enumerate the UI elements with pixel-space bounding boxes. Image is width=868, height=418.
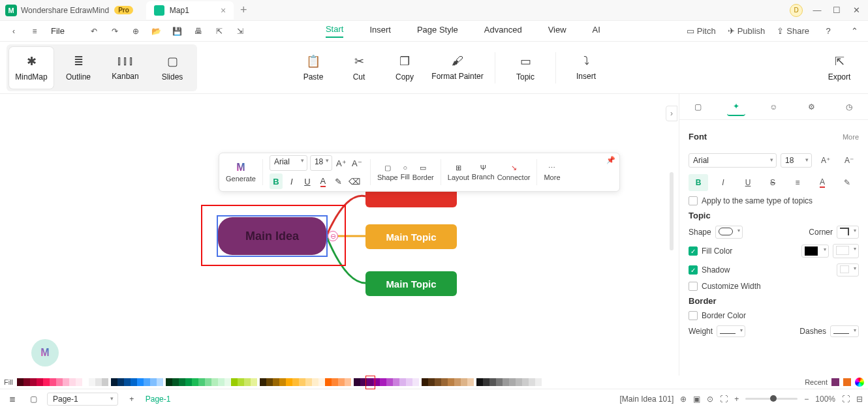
canvas[interactable]: Main Idea ⊖ Main Topic Main Topic MGener… [0,94,679,376]
close-window-button[interactable]: ✕ [851,5,861,16]
pin-icon[interactable]: 📌 [606,156,615,164]
font-more-link[interactable]: More [843,133,859,141]
tab-page-style[interactable]: Page Style [417,25,458,37]
save-icon[interactable]: 💾 [170,24,185,38]
clear-format-button[interactable]: ⌫ [348,173,361,189]
bold-button[interactable]: B [270,173,283,189]
more-button[interactable]: ⋯More [544,164,560,181]
ai-assistant-bubble[interactable]: M [31,339,59,366]
panel-font-shrink[interactable]: A⁻ [839,152,859,169]
open-icon[interactable]: 📂 [149,24,164,38]
font-select[interactable]: Arial [270,155,307,171]
shadow-check[interactable]: ✓ [689,265,698,275]
publish-button[interactable]: ✈Publish [728,26,766,36]
import-icon[interactable]: ⇲ [233,24,247,38]
new-tab-button[interactable]: + [240,3,247,17]
recent-color-1[interactable] [831,378,839,386]
page-selector[interactable]: Page-1 [47,393,118,406]
minimize-panel-icon[interactable]: ⊟ [856,395,863,404]
panel-size-select[interactable]: 18 [781,153,812,168]
font-color-button[interactable]: A [317,173,330,189]
corner-select[interactable] [837,226,859,239]
view-outline[interactable]: ≣Outline [56,47,101,89]
view-slides[interactable]: ▢Slides [150,47,194,89]
generate-button[interactable]: MGenerate [226,162,256,183]
maximize-button[interactable]: ☐ [831,5,842,16]
sp-tab-format[interactable]: ✦ [727,98,745,116]
page-view-icon[interactable]: ▢ [26,392,40,406]
fill-button[interactable]: ○Fill [401,164,410,181]
connector-button[interactable]: ↘Connector [497,164,531,181]
sp-tab-style[interactable]: ▢ [689,98,707,116]
new-icon[interactable]: ⊕ [129,24,143,38]
recent-color-2[interactable] [843,378,851,386]
branch-button[interactable]: ΨBranch [472,164,495,181]
panel-font-color[interactable]: A [813,174,832,191]
color-palette[interactable] [17,378,542,386]
add-page-button[interactable]: + [125,392,139,406]
panel-font-select[interactable]: Arial [689,153,777,168]
tab-start[interactable]: Start [326,24,343,38]
collapse-children-button[interactable]: ⊖ [328,231,338,241]
shape-select[interactable] [715,226,743,239]
globe-icon[interactable]: ⊕ [680,395,687,404]
custom-width-check[interactable] [689,282,698,291]
user-avatar[interactable]: D [790,4,803,17]
node-topic-3[interactable]: Main Topic [365,271,457,296]
shadow-select[interactable] [837,263,859,276]
file-menu[interactable]: File [51,26,65,36]
format-painter-button[interactable]: 🖌Format Painter [428,47,487,89]
fill-color-check[interactable]: ✓ [689,246,698,256]
weight-select[interactable] [717,325,745,337]
cut-button[interactable]: ✂Cut [337,47,381,89]
zoom-out-button[interactable]: + [734,395,739,404]
collapse-ribbon-icon[interactable]: ⌃ [847,24,861,38]
copy-button[interactable]: ❐Copy [382,47,427,89]
border-button[interactable]: ▭Border [412,164,434,181]
panel-highlight[interactable]: ✎ [837,174,857,191]
export-button[interactable]: ⇱Export [817,47,861,89]
sp-tab-settings[interactable]: ⚙ [802,98,820,116]
font-shrink-icon[interactable]: A⁻ [350,155,364,171]
panel-italic[interactable]: I [713,174,733,191]
layout-button[interactable]: ⊞Layout [448,164,469,181]
hamburger-icon[interactable]: ≡ [27,24,42,38]
paste-button[interactable]: 📋Paste [291,47,335,89]
italic-button[interactable]: I [285,173,298,189]
border-color-check[interactable] [689,311,698,320]
tab-advanced[interactable]: Advanced [484,25,522,37]
dashes-select[interactable] [830,325,859,337]
font-size-select[interactable]: 18 [310,155,332,171]
close-icon[interactable]: × [221,5,226,16]
tab-ai[interactable]: AI [593,25,600,37]
export-quick-icon[interactable]: ⇱ [212,24,226,38]
font-grow-icon[interactable]: A⁺ [335,155,348,171]
print-icon[interactable]: 🖶 [191,24,206,38]
color-wheel-button[interactable] [855,378,864,387]
panel-strike[interactable]: S [763,174,783,191]
underline-button[interactable]: U [301,173,314,189]
help-icon[interactable]: ? [821,24,835,38]
view-kanban[interactable]: ⫿⫿⫿Kanban [103,47,147,89]
tab-insert[interactable]: Insert [369,25,391,37]
back-icon[interactable]: ‹ [7,24,21,38]
undo-icon[interactable]: ↶ [87,24,101,38]
vertical-scrollbar[interactable] [670,172,674,250]
topic-button[interactable]: ▭Topic [503,47,548,89]
fit-page-icon[interactable]: ▣ [693,395,700,404]
fill-pattern-select[interactable] [833,244,859,258]
page-tab-active[interactable]: Page-1 [146,395,171,404]
outline-toggle-icon[interactable]: ≣ [5,392,20,406]
sp-tab-icons[interactable]: ☺ [764,98,783,116]
panel-bold[interactable]: B [689,174,708,191]
view-mindmap[interactable]: ✱MindMap [9,47,54,89]
zoom-slider[interactable] [745,398,798,400]
panel-align[interactable]: ≡ [788,174,807,191]
apply-same-check[interactable] [689,196,698,205]
target-icon[interactable]: ⊙ [707,395,713,404]
document-tab[interactable]: Map1 × [146,1,234,20]
node-topic-2[interactable]: Main Topic [365,224,457,249]
sp-tab-history[interactable]: ◷ [840,98,858,116]
highlight-button[interactable]: ✎ [332,173,345,189]
shape-button[interactable]: ▢Shape [377,164,398,181]
